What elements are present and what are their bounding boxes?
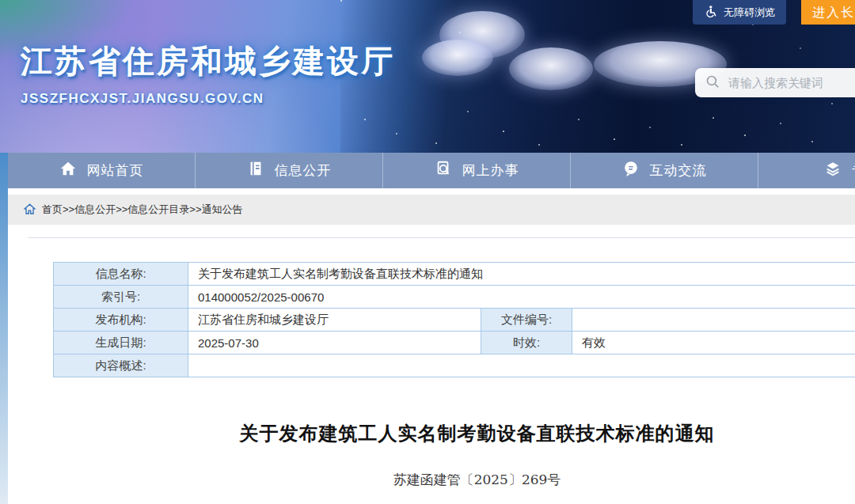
search-icon xyxy=(705,74,721,90)
breadcrumb: 首页>>信息公开>>信息公开目录>>通知公告 xyxy=(8,195,855,225)
nav-item-label: 网站首页 xyxy=(87,161,144,180)
nav-item-interaction[interactable]: 互动交流 xyxy=(571,153,758,188)
site-name: 江苏省住房和城乡建设厅 xyxy=(21,40,395,83)
nav-item-label: 网上办事 xyxy=(462,161,519,180)
nav-item-label: 互动交流 xyxy=(650,161,707,180)
issue-date-value: 2025-07-30 xyxy=(188,332,481,354)
dome-shape xyxy=(509,47,593,90)
info-name-value: 关于发布建筑工人实名制考勤设备直联技术标准的通知 xyxy=(188,263,855,286)
search-input[interactable] xyxy=(728,76,855,89)
online-services-icon xyxy=(435,160,452,181)
summary-value xyxy=(188,354,855,377)
content-divider-line xyxy=(28,237,855,238)
table-row: 发布机构: 江苏省住房和城乡建设厅 文件编号: xyxy=(54,309,855,332)
doc-number-label: 文件编号: xyxy=(481,309,572,332)
document-reference-number: 苏建函建管〔2025〕269号 xyxy=(8,471,855,489)
table-row: 内容概述: xyxy=(54,354,855,377)
document-info-table: 信息名称: 关于发布建筑工人实名制考勤设备直联技术标准的通知 索引号: 0140… xyxy=(53,262,855,377)
issue-date-label: 生成日期: xyxy=(54,332,188,354)
info-name-label: 信息名称: xyxy=(54,263,188,286)
doc-number-value xyxy=(572,309,855,332)
search-box xyxy=(695,68,855,97)
table-row: 索引号: 014000052/2025-00670 xyxy=(54,286,855,309)
home-icon xyxy=(59,160,77,181)
accessibility-label: 无障碍浏览 xyxy=(724,6,775,20)
city-lights xyxy=(340,0,342,2)
validity-label: 时效: xyxy=(481,332,572,354)
issuing-org-value: 江苏省住房和城乡建设厅 xyxy=(188,309,481,332)
dome-shape xyxy=(422,40,493,76)
nav-item-topics[interactable]: 专题 xyxy=(758,153,855,188)
nav-item-label: 信息公开 xyxy=(275,161,332,180)
page-edge-gradient xyxy=(0,153,8,504)
index-number-value: 014000052/2025-00670 xyxy=(188,286,855,309)
site-header-banner: 江苏省住房和城乡建设厅 JSSZFHCXJST.JIANGSU.GOV.CN 无… xyxy=(0,0,855,153)
nav-item-label: 专题 xyxy=(852,161,855,180)
validity-value: 有效 xyxy=(572,332,855,354)
table-row: 信息名称: 关于发布建筑工人实名制考勤设备直联技术标准的通知 xyxy=(54,263,855,286)
site-url: JSSZFHCXJST.JIANGSU.GOV.CN xyxy=(21,91,395,107)
summary-label: 内容概述: xyxy=(54,354,188,377)
breadcrumb-home-icon xyxy=(24,203,36,217)
table-row: 生成日期: 2025-07-30 时效: 有效 xyxy=(54,332,855,354)
page: 江苏省住房和城乡建设厅 JSSZFHCXJST.JIANGSU.GOV.CN 无… xyxy=(0,0,855,504)
breadcrumb-path[interactable]: 首页>>信息公开>>信息公开目录>>通知公告 xyxy=(42,203,243,217)
interaction-icon xyxy=(622,160,640,181)
wheelchair-icon xyxy=(704,5,717,21)
info-disclosure-icon xyxy=(247,160,264,181)
nav-item-home[interactable]: 网站首页 xyxy=(8,153,196,188)
index-number-label: 索引号: xyxy=(54,286,188,309)
topics-icon xyxy=(824,160,842,181)
main-nav: 网站首页 信息公开 网上办事 xyxy=(8,153,855,188)
issuing-org-label: 发布机构: xyxy=(54,309,188,332)
elder-mode-button[interactable]: 进入长者 xyxy=(801,0,855,25)
accessibility-button[interactable]: 无障碍浏览 xyxy=(693,0,786,25)
nav-item-online-services[interactable]: 网上办事 xyxy=(383,153,571,188)
page-title: 关于发布建筑工人实名制考勤设备直联技术标准的通知 xyxy=(8,421,855,446)
nav-item-info-disclosure[interactable]: 信息公开 xyxy=(196,153,383,188)
site-logo[interactable]: 江苏省住房和城乡建设厅 JSSZFHCXJST.JIANGSU.GOV.CN xyxy=(21,40,395,107)
